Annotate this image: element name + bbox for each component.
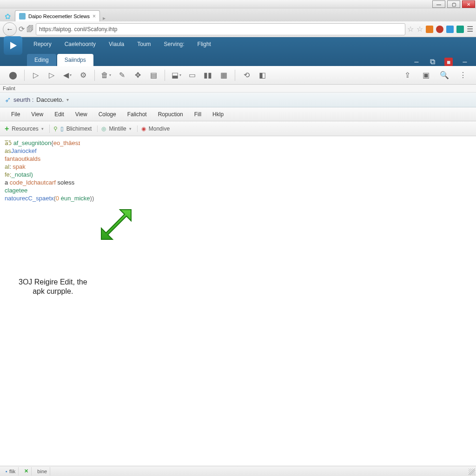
- svg-marker-0: [10, 42, 17, 49]
- hdr-red-badge-icon[interactable]: ◼: [444, 58, 453, 66]
- tool-search-icon[interactable]: 🔍: [437, 69, 452, 82]
- annotation-text: 3OJ Reigire Edit, the apk curpple.: [19, 278, 87, 296]
- tool-more-icon[interactable]: ⋮: [456, 69, 470, 82]
- tool-gear-icon[interactable]: ⚙: [76, 69, 91, 82]
- tool-home-button[interactable]: ⬤: [6, 69, 20, 82]
- browser-menu-icon[interactable]: ☰: [467, 25, 473, 33]
- app-logo-icon: [4, 36, 22, 55]
- status-flik[interactable]: ▪ flik: [3, 467, 19, 476]
- tool-sound-icon[interactable]: ◀: [60, 69, 75, 82]
- tool-refresh-icon[interactable]: ⟲: [239, 69, 254, 82]
- tool-brush-icon[interactable]: ✎: [114, 69, 129, 82]
- blichimext-label[interactable]: Blichimext: [66, 126, 92, 132]
- resources-caret-icon[interactable]: ▾: [41, 126, 44, 131]
- menu-caelehoonty[interactable]: Caelehoonty: [58, 38, 102, 50]
- tool-move-icon[interactable]: ✥: [130, 69, 145, 82]
- menu-toum[interactable]: Toum: [131, 38, 157, 50]
- tool-screen-icon[interactable]: ▭: [185, 69, 199, 82]
- reload-icon[interactable]: ⟳: [19, 25, 25, 33]
- tool-download-icon[interactable]: ⬓: [169, 69, 184, 82]
- tool-upload-icon[interactable]: ⇪: [400, 69, 415, 82]
- ext-icon-1[interactable]: [426, 26, 433, 33]
- em-ropuction[interactable]: Ropuction: [152, 111, 189, 118]
- feather-icon: ➶: [5, 95, 11, 104]
- target-icon[interactable]: ◎: [101, 126, 106, 132]
- green-x-icon: ✕: [24, 468, 28, 474]
- resize-grip-icon[interactable]: [469, 469, 475, 475]
- status-bine[interactable]: bine: [34, 467, 50, 476]
- em-edit[interactable]: Edit: [49, 111, 70, 118]
- ext-icon-4[interactable]: [456, 26, 464, 33]
- mondive-label[interactable]: Mondive: [149, 126, 170, 132]
- tool-table-icon[interactable]: ▦: [216, 69, 231, 82]
- window-maximize-button[interactable]: ▢: [447, 0, 460, 8]
- browser-app-icon: ✿: [5, 12, 13, 20]
- em-view1[interactable]: View: [26, 111, 49, 118]
- mintille-caret-icon[interactable]: ▾: [129, 126, 132, 131]
- window-minimize-button[interactable]: —: [432, 0, 445, 8]
- breadcrumb-value[interactable]: Daccueto.: [36, 96, 64, 103]
- em-falichot[interactable]: Falichot: [122, 111, 152, 118]
- em-fill[interactable]: Fill: [189, 111, 207, 118]
- ext-icon-2[interactable]: [436, 26, 443, 33]
- editor-menu: File View Edit View Cologe Falichot Ropu…: [0, 107, 476, 121]
- tab-close-icon[interactable]: ×: [93, 13, 96, 20]
- add-resource-icon[interactable]: +: [5, 125, 9, 133]
- book-icon[interactable]: ▯: [60, 126, 64, 132]
- em-cologe[interactable]: Cologe: [93, 111, 122, 118]
- status-close[interactable]: ✕: [21, 467, 32, 476]
- window-close-button[interactable]: ✕: [462, 0, 475, 8]
- new-tab-button[interactable]: ▸: [103, 15, 106, 21]
- hdr-window-icon[interactable]: ⧉: [429, 58, 436, 66]
- code-editor[interactable]: a̅ɔ̃ af_seugnitòon{eo_thäesɪasJaniockeff…: [0, 136, 476, 462]
- record-icon[interactable]: ◉: [141, 126, 146, 132]
- menu-viaula[interactable]: Viaula: [102, 38, 131, 50]
- breadcrumb: ➶ seurth : Daccueto. ▾: [0, 93, 476, 107]
- tool-chart-icon[interactable]: ▮▮: [200, 69, 215, 82]
- menu-serving[interactable]: Serving:: [158, 38, 191, 50]
- hdr-minimize-icon[interactable]: –: [413, 58, 420, 66]
- url-input[interactable]: https:/faiptog. conil/Scafony.ihtp: [36, 23, 405, 35]
- tool-trash-icon[interactable]: 🗑: [99, 69, 113, 82]
- breadcrumb-label: seurth :: [13, 96, 33, 103]
- tool-flag1-icon[interactable]: ▷: [28, 69, 43, 82]
- ext-icon-3[interactable]: [446, 26, 454, 33]
- site-info-icon[interactable]: 🗐: [26, 25, 34, 33]
- em-view2[interactable]: View: [70, 111, 93, 118]
- tab-favicon-icon: [19, 13, 26, 20]
- star-outline-icon[interactable]: ☆: [407, 25, 414, 33]
- tool-image-icon[interactable]: ▣: [418, 69, 433, 82]
- nav-back-button[interactable]: ←: [3, 22, 17, 36]
- breadcrumb-caret-icon[interactable]: ▾: [66, 97, 69, 102]
- star-icon[interactable]: ☆: [416, 25, 423, 33]
- person-icon[interactable]: ⚲: [53, 126, 58, 132]
- resources-label[interactable]: Resources: [12, 126, 38, 132]
- tool-eraser-icon[interactable]: ◧: [255, 69, 270, 82]
- falint-label: Falint: [0, 85, 476, 93]
- hdr-dash-icon[interactable]: –: [461, 58, 469, 66]
- menu-repory[interactable]: Repory: [27, 38, 58, 50]
- annotation-arrow-icon: [98, 206, 166, 245]
- url-text: https:/faiptog. conil/Scafony.ihtp: [39, 26, 118, 33]
- mintille-label[interactable]: Mintille: [109, 126, 126, 132]
- tool-form-icon[interactable]: ▤: [146, 69, 161, 82]
- svg-marker-1: [101, 210, 131, 239]
- em-file[interactable]: File: [6, 111, 26, 118]
- browser-tab[interactable]: Daipo Recoemetler Sclews ×: [15, 10, 100, 21]
- tab-title: Daipo Recoemetler Sclews: [28, 13, 90, 19]
- app-tab-eding[interactable]: Eding: [27, 54, 56, 66]
- tool-flag2-icon[interactable]: ▷: [44, 69, 59, 82]
- app-tab-saiindps[interactable]: Saiindps: [57, 54, 93, 66]
- em-hklp[interactable]: Hklp: [207, 111, 229, 118]
- menu-flight[interactable]: Flight: [191, 38, 218, 50]
